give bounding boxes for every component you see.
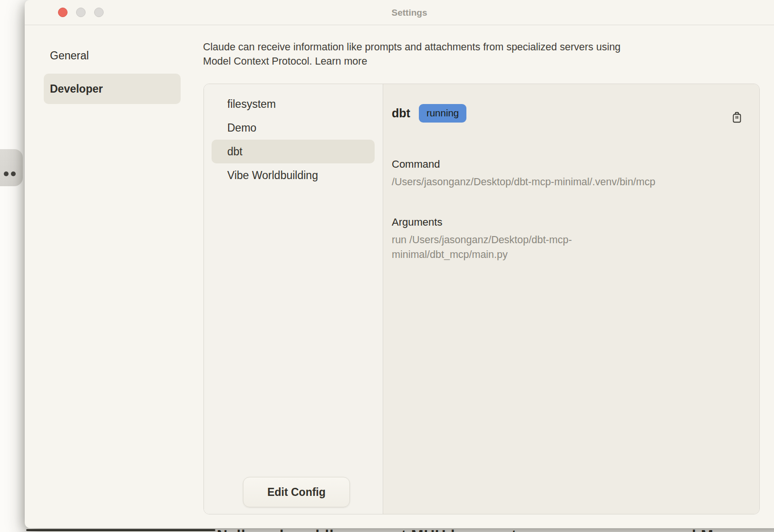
arguments-line-2: minimal/dbt_mcp/main.py bbox=[392, 249, 508, 260]
description-line-2: Model Context Protocol. bbox=[203, 56, 315, 67]
delete-server-button[interactable] bbox=[731, 111, 743, 124]
window-title: Settings bbox=[25, 0, 774, 25]
ellipsis-icon bbox=[4, 171, 9, 176]
server-list-item-filesystem[interactable]: filesystem bbox=[212, 92, 375, 116]
collapsed-sidebar-tab[interactable] bbox=[0, 149, 23, 186]
mcp-description: Claude can receive information like prom… bbox=[203, 40, 719, 68]
screen: Nellswe bwoddbwrame et MUU bse ewetew we… bbox=[0, 0, 774, 532]
sidebar-item-general[interactable]: General bbox=[50, 49, 89, 62]
clipped-background-text: Nellswe bwoddbwrame et MUU bse ewetew we… bbox=[0, 528, 774, 532]
clipped-text-bar bbox=[26, 529, 215, 531]
sidebar-item-developer[interactable]: Developer bbox=[44, 74, 181, 104]
arguments-value: run /Users/jasonganz/Desktop/dbt-mcp-min… bbox=[392, 233, 742, 262]
arguments-label: Arguments bbox=[392, 216, 742, 228]
server-list: filesystem Demo dbt Vibe Worldbuilding E… bbox=[204, 84, 383, 514]
ellipsis-icon bbox=[11, 171, 16, 176]
edit-config-button[interactable]: Edit Config bbox=[243, 477, 350, 507]
server-list-item-dbt[interactable]: dbt bbox=[212, 140, 375, 163]
server-list-item-vibe-worldbuilding[interactable]: Vibe Worldbuilding bbox=[212, 163, 375, 187]
mcp-servers-panel: filesystem Demo dbt Vibe Worldbuilding E… bbox=[203, 84, 760, 514]
command-value: /Users/jasonganz/Desktop/dbt-mcp-minimal… bbox=[392, 175, 742, 190]
server-name: dbt bbox=[392, 106, 410, 120]
learn-more-link[interactable]: Learn more bbox=[315, 56, 367, 67]
server-list-item-demo[interactable]: Demo bbox=[212, 116, 375, 140]
description-line-1: Claude can receive information like prom… bbox=[203, 41, 620, 53]
server-detail-header: dbt running bbox=[392, 103, 742, 123]
status-badge: running bbox=[419, 104, 466, 123]
clipped-text-fragment: Nellswe bwoddbwrame et MUU bse ewetew we… bbox=[217, 528, 764, 532]
settings-window: Settings General Developer Claude can re… bbox=[25, 0, 774, 528]
arguments-line-1: run /Users/jasonganz/Desktop/dbt-mcp- bbox=[392, 234, 572, 246]
titlebar: Settings bbox=[25, 0, 774, 25]
command-label: Command bbox=[392, 158, 742, 171]
background-app-strip bbox=[0, 0, 25, 532]
server-detail: dbt running Command /Users/jasonganz/D bbox=[383, 84, 759, 514]
trash-icon bbox=[731, 118, 743, 125]
